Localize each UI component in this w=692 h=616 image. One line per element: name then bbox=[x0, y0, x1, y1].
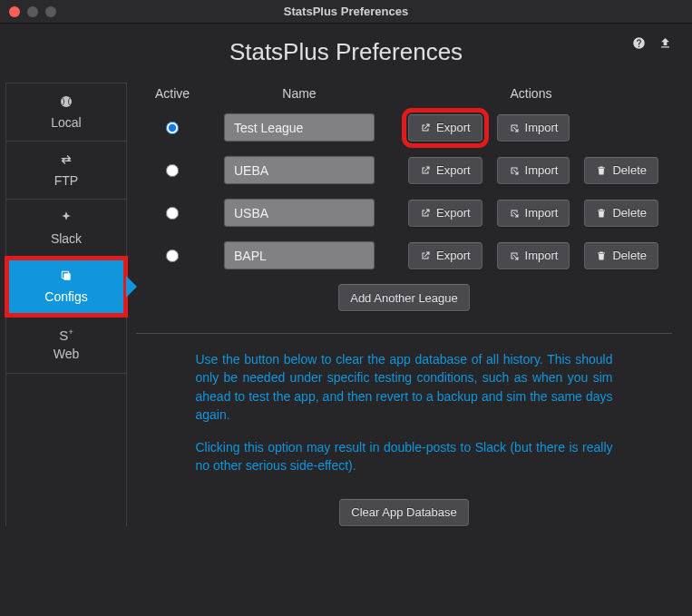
export-button[interactable]: Export bbox=[408, 114, 482, 142]
baseball-icon bbox=[59, 94, 73, 112]
active-radio[interactable] bbox=[166, 164, 179, 177]
transfer-icon bbox=[59, 152, 73, 170]
league-name-input[interactable] bbox=[224, 113, 375, 142]
table-header: Active Name Actions bbox=[136, 83, 672, 113]
sidebar: Local FTP Slack Configs S+ Web bbox=[5, 83, 127, 526]
active-radio[interactable] bbox=[166, 249, 179, 262]
page-title: StatsPlus Preferences bbox=[229, 38, 463, 66]
import-icon bbox=[509, 208, 520, 219]
sidebar-item-slack[interactable]: Slack bbox=[6, 200, 126, 258]
import-button[interactable]: Import bbox=[497, 242, 570, 269]
col-header-name: Name bbox=[209, 86, 390, 101]
export-button[interactable]: Export bbox=[408, 200, 482, 227]
import-icon bbox=[509, 165, 520, 176]
col-header-active: Active bbox=[136, 86, 209, 101]
trash-icon bbox=[596, 250, 607, 261]
import-button[interactable]: Import bbox=[497, 157, 570, 184]
import-button[interactable]: Import bbox=[497, 200, 570, 227]
active-radio[interactable] bbox=[166, 207, 179, 220]
league-row: Export Import Delete bbox=[136, 241, 672, 269]
sidebar-item-ftp[interactable]: FTP bbox=[6, 142, 126, 200]
league-row: Export Import Delete bbox=[136, 156, 672, 184]
slack-icon bbox=[59, 210, 73, 228]
titlebar: StatsPlus Preferences bbox=[0, 0, 692, 24]
import-icon bbox=[509, 250, 520, 261]
close-window-button[interactable] bbox=[9, 6, 20, 17]
sidebar-item-label: Configs bbox=[44, 289, 87, 304]
league-row: Export Import Delete bbox=[136, 199, 672, 227]
league-name-input[interactable] bbox=[224, 199, 375, 227]
add-another-league-button[interactable]: Add Another League bbox=[338, 284, 470, 311]
sidebar-item-label: FTP bbox=[54, 173, 78, 188]
delete-button[interactable]: Delete bbox=[584, 242, 658, 269]
splus-icon: S+ bbox=[59, 328, 73, 343]
sidebar-item-configs[interactable]: Configs bbox=[6, 258, 126, 316]
help-icon[interactable] bbox=[632, 36, 646, 53]
import-button[interactable]: Import bbox=[497, 114, 570, 142]
export-icon bbox=[420, 122, 431, 133]
sidebar-item-label: Local bbox=[51, 115, 81, 130]
export-button[interactable]: Export bbox=[408, 157, 482, 184]
copy-icon bbox=[59, 269, 73, 286]
sidebar-item-label: Slack bbox=[51, 231, 82, 246]
sidebar-item-splus-web[interactable]: S+ Web bbox=[6, 316, 126, 374]
export-icon bbox=[420, 165, 431, 176]
info-paragraph: Clicking this option may result in doubl… bbox=[196, 438, 613, 475]
separator bbox=[136, 333, 672, 334]
delete-button[interactable]: Delete bbox=[584, 157, 658, 184]
clear-app-database-button[interactable]: Clear App Database bbox=[339, 499, 468, 526]
delete-button[interactable]: Delete bbox=[584, 200, 658, 227]
league-name-input[interactable] bbox=[224, 156, 375, 184]
active-radio[interactable] bbox=[166, 122, 179, 134]
import-icon bbox=[509, 122, 520, 133]
upload-icon[interactable] bbox=[658, 36, 672, 53]
main-panel: Active Name Actions Export Import bbox=[136, 83, 687, 526]
trash-icon bbox=[596, 165, 607, 176]
trash-icon bbox=[596, 208, 607, 219]
info-text: Use the button below to clear the app da… bbox=[196, 350, 613, 475]
window-controls bbox=[9, 6, 56, 17]
export-button[interactable]: Export bbox=[408, 242, 482, 269]
league-row: Export Import bbox=[136, 113, 672, 142]
minimize-window-button[interactable] bbox=[27, 6, 38, 17]
maximize-window-button[interactable] bbox=[45, 6, 56, 17]
sidebar-item-local[interactable]: Local bbox=[6, 83, 126, 142]
export-icon bbox=[420, 250, 431, 261]
col-header-actions: Actions bbox=[390, 86, 672, 101]
info-paragraph: Use the button below to clear the app da… bbox=[196, 350, 613, 424]
league-name-input[interactable] bbox=[224, 241, 375, 269]
svg-rect-1 bbox=[63, 273, 70, 279]
svg-point-0 bbox=[61, 96, 72, 107]
export-icon bbox=[420, 208, 431, 219]
window-title: StatsPlus Preferences bbox=[284, 5, 408, 18]
sidebar-item-label: Web bbox=[54, 347, 80, 361]
